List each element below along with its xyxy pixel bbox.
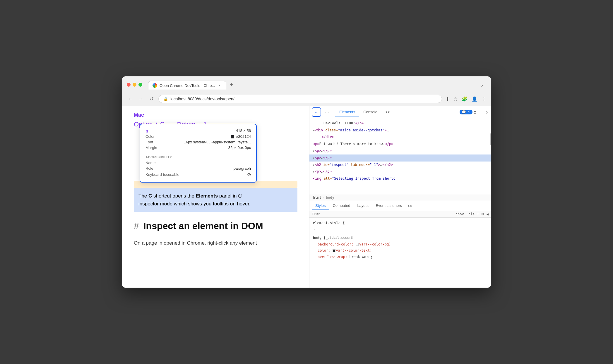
tab-title: Open Chrome DevTools - Chro... — [160, 83, 215, 88]
tooltip-role-value: paragraph — [234, 166, 251, 171]
tooltip-color-row: Color #202124 — [145, 134, 251, 139]
device-icon: ▭ — [326, 109, 328, 115]
tab-overflow[interactable]: >> — [381, 108, 394, 116]
tooltip-role-row: Role paragraph — [145, 166, 251, 171]
tooltip-font-row: Font 16px system-ui, -apple-system, "sys… — [145, 139, 251, 145]
dom-scrollbar[interactable] — [490, 133, 491, 145]
device-toggle-button[interactable]: ▭ — [322, 107, 332, 117]
url-text: localhost:8080/docs/devtools/open/ — [170, 97, 234, 101]
webpage-lower-content: The C shortcut opens the Elements panel … — [134, 181, 297, 212]
console-badge: 💬 9 — [460, 110, 472, 114]
address-bar: ← → ↺ 🔒 localhost:8080/docs/devtools/ope… — [122, 92, 491, 106]
devtools-panel: ↖ ▭ Elements Console >> 💬 9 ⚙ ⋮ ✕ — [309, 106, 491, 288]
dom-line: <p>But wait! There's more to know.</p> — [309, 141, 491, 148]
dom-tree: DevTools. TLDR:</p> ▶<div class="aside a… — [309, 118, 491, 194]
breadcrumb-html[interactable]: html — [313, 195, 321, 200]
dom-line: <img alt="Selecting Inspect from shortc — [309, 175, 491, 182]
tab-overflow-button[interactable]: ⌄ — [477, 80, 486, 89]
breadcrumb-body[interactable]: body — [326, 195, 334, 200]
inspect-element-button[interactable]: ↖ — [312, 107, 321, 117]
refresh-button[interactable]: ↺ — [148, 96, 155, 102]
mac-label: Mac — [134, 112, 297, 118]
new-style-rule-button[interactable]: ⧉ — [482, 212, 484, 216]
bg-color-swatch[interactable] — [356, 243, 359, 246]
title-bar: Open Chrome DevTools - Chro... × + ⌄ — [122, 76, 491, 92]
add-style-button[interactable]: + — [477, 212, 479, 216]
accessibility-label: ACCESSIBILITY — [145, 155, 251, 159]
styles-filter-actions: :hov .cls + ⧉ ◀ — [456, 212, 489, 216]
styles-tab-event-listeners[interactable]: Event Listeners — [372, 202, 405, 210]
styles-tabs-overflow[interactable]: >> — [405, 202, 415, 209]
tooltip-name-row: Name — [145, 160, 251, 166]
css-body-selector-line: body { _global.scss:6 — [313, 235, 487, 241]
css-color-line: color: var(--color-text); — [313, 248, 487, 254]
styles-tab-styles[interactable]: Styles — [312, 202, 329, 210]
inspect-icon: ↖ — [315, 109, 318, 115]
tab-elements[interactable]: Elements — [335, 108, 359, 116]
devtools-topbar: ↖ ▭ Elements Console >> 💬 9 ⚙ ⋮ ✕ — [309, 106, 491, 118]
browser-window: Open Chrome DevTools - Chro... × + ⌄ ← →… — [122, 76, 491, 288]
tooltip-divider — [145, 153, 251, 153]
webpage-panel: Mac Option + C Option + J 418 × 56 p — [122, 106, 309, 288]
profile-icon[interactable]: 👤 — [472, 96, 477, 102]
close-devtools-button[interactable]: ✕ — [486, 109, 489, 115]
chrome-icon — [153, 83, 157, 88]
heading-section: # Inspect an element in DOM — [134, 218, 297, 234]
dom-line: ▶<div class="aside aside--gotchas">… — [309, 127, 491, 134]
styles-content: element.style { } body { _global.scss:6 — [309, 218, 491, 288]
title-bar-top: Open Chrome DevTools - Chro... × + ⌄ — [127, 80, 486, 92]
tooltip-dimensions: 418 × 56 — [236, 128, 251, 133]
css-selector-line: element.style { — [313, 220, 487, 226]
more-options-icon[interactable]: ⋮ — [479, 109, 483, 115]
breadcrumb-bar: html › body — [309, 194, 491, 201]
tab-close-button[interactable]: × — [217, 83, 222, 88]
tooltip-font-value: 16px system-ui, -apple-system, "syste... — [184, 140, 251, 144]
address-input[interactable]: 🔒 localhost:8080/docs/devtools/open/ — [158, 95, 442, 103]
hov-button[interactable]: :hov — [456, 212, 464, 216]
tooltip-header: 418 × 56 p — [145, 128, 251, 134]
console-badge-icon: 💬 — [462, 110, 466, 114]
toolbar-icons: ⬆ ☆ 🧩 👤 ⋮ — [446, 96, 486, 102]
extensions-icon[interactable]: 🧩 — [462, 96, 468, 102]
color-swatch[interactable] — [333, 249, 335, 252]
cls-button[interactable]: .cls — [466, 212, 475, 216]
share-icon[interactable]: ⬆ — [446, 96, 449, 102]
forward-button[interactable]: → — [137, 96, 144, 102]
styles-tab-computed[interactable]: Computed — [329, 202, 354, 210]
dom-line: ▶<p>…</p> — [309, 168, 491, 175]
bookmark-icon[interactable]: ☆ — [453, 96, 458, 102]
css-body-block: body { _global.scss:6 background-color: … — [313, 235, 487, 260]
webpage-content: Mac Option + C Option + J 418 × 56 p — [122, 106, 309, 253]
body-text: On a page in opened in Chrome, right-cli… — [134, 239, 297, 247]
tab-console[interactable]: Console — [359, 108, 381, 116]
minimize-button[interactable] — [133, 83, 136, 87]
tooltip-margin-row: Margin 32px 0px 0px — [145, 145, 251, 150]
tooltip-color-value: #202124 — [231, 134, 251, 139]
new-tab-button[interactable]: + — [226, 80, 237, 90]
devtools-settings: ⚙ ⋮ ✕ — [474, 109, 489, 115]
dom-line-highlighted[interactable]: ▶<p>…</p> — [309, 154, 491, 162]
highlight-text-area: The C shortcut opens the Elements panel … — [134, 188, 297, 212]
maximize-button[interactable] — [138, 83, 142, 87]
inspector-tooltip: 418 × 56 p Color #202124 Font 16px syste… — [140, 124, 257, 183]
css-background-color-line: background-color: var(--color-bg); — [313, 241, 487, 248]
styles-filter-input[interactable]: Filter — [312, 212, 453, 216]
menu-icon[interactable]: ⋮ — [482, 96, 486, 102]
tooltip-margin-value: 32px 0px 0px — [228, 145, 251, 150]
css-element-style-block: element.style { } — [313, 220, 487, 233]
dom-line: ▶<p>…</p> — [309, 147, 491, 154]
settings-icon[interactable]: ⚙ — [474, 109, 477, 115]
lock-icon: 🔒 — [163, 97, 168, 101]
tooltip-keyboard-value: ⊘ — [247, 172, 251, 177]
page-heading: # Inspect an element in DOM — [134, 221, 297, 231]
active-tab[interactable]: Open Chrome DevTools - Chro... × — [148, 81, 226, 90]
styles-tab-layout[interactable]: Layout — [354, 202, 372, 210]
main-area: Mac Option + C Option + J 418 × 56 p — [122, 106, 491, 288]
tooltip-keyboard-row: Keyboard-focusable ⊘ — [145, 171, 251, 178]
styles-filter-bar: Filter :hov .cls + ⧉ ◀ — [309, 211, 491, 218]
color-picker-button[interactable]: ◀ — [487, 212, 489, 216]
devtools-tabs: Elements Console >> — [335, 108, 457, 116]
back-button[interactable]: ← — [127, 96, 134, 102]
color-swatch — [231, 135, 234, 138]
close-button[interactable] — [127, 83, 131, 87]
